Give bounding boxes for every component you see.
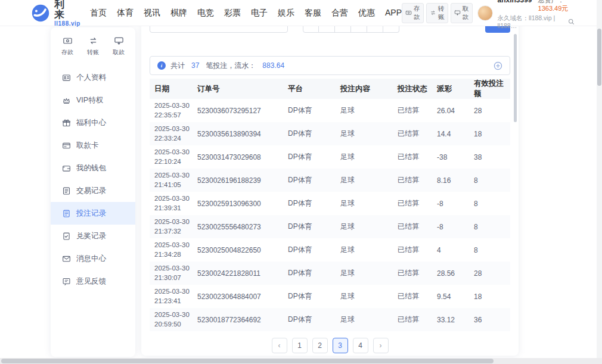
sidebar-item-8[interactable]: 兑奖记录 bbox=[51, 225, 135, 247]
bet-count: 37 bbox=[191, 61, 199, 70]
cell-content: 足球 bbox=[336, 122, 393, 145]
cell-order: 5230025556480273 bbox=[193, 215, 283, 238]
bet-time: 21:23:41 bbox=[154, 297, 193, 306]
table-row: 2025-03-3021:41:055230026196188239DP体育足球… bbox=[150, 169, 510, 192]
sidebar-menu: 个人资料VIP特权福利中心取款卡我的钱包交易记录投注记录兑奖记录消息中心意见反馈 bbox=[51, 66, 135, 293]
bet-date: 2025-03-30 bbox=[154, 148, 193, 157]
sidebar-item-1[interactable]: 个人资料 bbox=[51, 66, 135, 89]
nav-item-3[interactable]: 视讯 bbox=[144, 8, 160, 18]
nav-item-4[interactable]: 棋牌 bbox=[170, 8, 187, 18]
deposit-badge[interactable]: 存款 bbox=[402, 3, 424, 23]
bet-date: 2025-03-30 bbox=[154, 125, 193, 134]
crown-icon bbox=[62, 96, 71, 105]
withdraw-badge[interactable]: 取款 bbox=[451, 3, 473, 23]
sidebar-item-9[interactable]: 消息中心 bbox=[51, 247, 135, 270]
badge-label: 存款 bbox=[414, 5, 420, 21]
next-page-button[interactable]: › bbox=[373, 338, 389, 353]
cell-date: 2025-03-3021:30:07 bbox=[150, 262, 193, 285]
sidebar-item-label: 个人资料 bbox=[76, 73, 106, 83]
badge-label: 取款 bbox=[463, 5, 469, 21]
permanent-domain: 永久域名：ll188.vip | ll188… bbox=[498, 14, 567, 30]
page-button-2[interactable]: 2 bbox=[312, 338, 328, 353]
expand-plus-icon[interactable] bbox=[494, 61, 502, 70]
page-button-4[interactable]: 4 bbox=[353, 338, 368, 353]
cell-date: 2025-03-3021:34:28 bbox=[150, 238, 193, 262]
wallet-icon bbox=[62, 164, 71, 173]
cell-payout: 8.16 bbox=[432, 169, 469, 192]
logo-text: 利 来 ll188.vip bbox=[54, 0, 80, 27]
cell-content: 足球 bbox=[336, 99, 393, 122]
sidebar-quick-actions: 存款转账取款 bbox=[51, 27, 135, 61]
bank-card-icon bbox=[62, 141, 71, 150]
cell-content: 足球 bbox=[336, 192, 393, 215]
sidebar-item-3[interactable]: 福利中心 bbox=[51, 111, 135, 134]
nav-item-8[interactable]: 娱乐 bbox=[278, 8, 294, 18]
cell-platform: DP体育 bbox=[283, 122, 336, 145]
turnover-value: 883.64 bbox=[262, 61, 284, 70]
cell-order: 5230035613890394 bbox=[193, 122, 283, 145]
logo[interactable]: 利 来 ll188.vip bbox=[31, 0, 80, 27]
nav-item-7[interactable]: 电子 bbox=[251, 8, 268, 18]
cell-status: 已结算 bbox=[393, 285, 432, 308]
nav-item-6[interactable]: 彩票 bbox=[224, 8, 241, 18]
table-row: 2025-03-3021:30:075230024221828011DP体育足球… bbox=[150, 262, 510, 285]
cell-date: 2025-03-3021:39:31 bbox=[150, 192, 193, 215]
prev-page-button[interactable]: ‹ bbox=[272, 338, 287, 353]
account-line2: 永久域名：ll188.vip | ll188… bbox=[498, 14, 575, 30]
header-right: 存款转账取款 anxin3399 总资产：1363.49元 永久域名：ll188… bbox=[402, 0, 602, 30]
bet-date: 2025-03-30 bbox=[154, 310, 193, 320]
username: anxin3399 bbox=[498, 0, 532, 5]
sidebar-item-5[interactable]: 我的钱包 bbox=[51, 157, 135, 179]
cell-order: 5230025913096300 bbox=[193, 192, 283, 215]
nav-item-1[interactable]: 首页 bbox=[90, 8, 107, 18]
transfer-badge[interactable]: 转账 bbox=[426, 3, 448, 23]
nav-item-10[interactable]: 合营 bbox=[331, 8, 348, 18]
sidebar-item-label: 投注记录 bbox=[76, 209, 106, 219]
cell-order: 5230024221828011 bbox=[193, 262, 283, 285]
bet-date: 2025-03-30 bbox=[154, 194, 193, 204]
sidebar-item-2[interactable]: VIP特权 bbox=[51, 89, 135, 111]
nav-item-9[interactable]: 客服 bbox=[305, 8, 321, 18]
nav-item-11[interactable]: 优惠 bbox=[358, 8, 375, 18]
quick-withdraw[interactable]: 取款 bbox=[113, 36, 125, 57]
nav-item-5[interactable]: 电竞 bbox=[197, 8, 214, 18]
cell-order: 5230026196188239 bbox=[193, 169, 283, 192]
panel-scrollbar-thumb[interactable] bbox=[514, 34, 517, 122]
quick-deposit[interactable]: 存款 bbox=[61, 36, 73, 57]
page-button-1[interactable]: 1 bbox=[292, 338, 308, 353]
table-row: 2025-03-3021:37:325230025556480273DP体育足球… bbox=[150, 215, 510, 238]
pagination: ‹1234› bbox=[141, 338, 519, 353]
avatar[interactable] bbox=[477, 5, 493, 21]
quick-label: 取款 bbox=[113, 48, 125, 57]
cell-valid: 36 bbox=[469, 308, 510, 331]
sidebar-item-4[interactable]: 取款卡 bbox=[51, 134, 135, 157]
cell-platform: DP体育 bbox=[283, 262, 336, 285]
bet-date: 2025-03-30 bbox=[154, 287, 193, 297]
summary-mid: 笔投注，流水： bbox=[206, 61, 256, 71]
bet-time: 21:41:05 bbox=[154, 181, 193, 190]
cell-valid: 8 bbox=[469, 169, 510, 192]
col-header-6: 派彩 bbox=[432, 79, 469, 99]
cell-platform: DP体育 bbox=[283, 308, 336, 331]
main-panel: i 共计37笔投注，流水：883.64 日期订单号平台投注内容投注状态派彩有效投… bbox=[141, 0, 519, 356]
id-card-icon bbox=[62, 73, 71, 82]
quick-transfer[interactable]: 转账 bbox=[87, 36, 99, 57]
horizontal-scrollbar-thumb[interactable] bbox=[1, 359, 494, 363]
total-assets: 总资产：1363.49元 bbox=[538, 0, 575, 13]
nav-item-2[interactable]: 体育 bbox=[117, 8, 134, 18]
sidebar-item-label: 消息中心 bbox=[76, 254, 106, 264]
page-button-3[interactable]: 3 bbox=[333, 338, 348, 353]
nav-item-12[interactable]: APP bbox=[385, 8, 402, 18]
cell-date: 2025-03-3022:33:24 bbox=[150, 122, 193, 145]
search-icon[interactable] bbox=[568, 18, 575, 25]
sidebar-item-6[interactable]: 交易记录 bbox=[51, 179, 135, 202]
bet-time: 21:39:31 bbox=[154, 204, 193, 213]
col-header-1: 日期 bbox=[150, 79, 193, 99]
sidebar-item-label: 兑奖记录 bbox=[76, 231, 106, 241]
sidebar-item-7[interactable]: 投注记录 bbox=[51, 202, 135, 225]
page-scrollbar-thumb[interactable] bbox=[597, 29, 601, 86]
sidebar-item-label: 我的钱包 bbox=[76, 163, 106, 173]
sidebar-item-10[interactable]: 意见反馈 bbox=[51, 270, 135, 293]
cell-date: 2025-03-3022:35:57 bbox=[150, 99, 193, 122]
table-row: 2025-03-3021:39:315230025913096300DP体育足球… bbox=[150, 192, 510, 215]
